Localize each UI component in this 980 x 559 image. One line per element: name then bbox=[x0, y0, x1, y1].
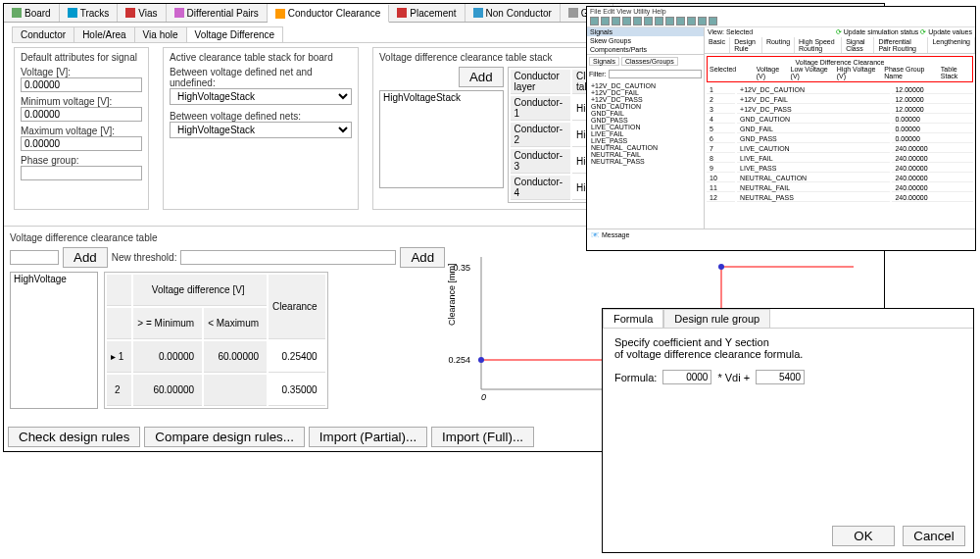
tree-item[interactable]: GND_PASS bbox=[589, 117, 702, 124]
tree-item[interactable]: NEUTRAL_FAIL bbox=[589, 151, 702, 158]
tab-conductor-clearance[interactable]: Conductor Clearance bbox=[268, 5, 390, 23]
min-voltage-input[interactable] bbox=[21, 107, 142, 122]
list-item[interactable]: HighVoltage bbox=[14, 274, 94, 284]
table-row: 10NEUTRAL_CAUTION240.00000 bbox=[707, 175, 973, 182]
tree-item[interactable]: LIVE_CAUTION bbox=[589, 124, 702, 130]
col-highv: High Voltage (V) bbox=[837, 66, 879, 79]
tab-formula[interactable]: Formula bbox=[603, 309, 663, 328]
stack-add-button[interactable]: Add bbox=[459, 67, 504, 87]
toolbar-icon[interactable] bbox=[644, 17, 653, 25]
view-selected[interactable]: Selected bbox=[726, 28, 753, 35]
toolbar-icon[interactable] bbox=[590, 17, 599, 25]
filter-input[interactable] bbox=[609, 70, 703, 78]
new-threshold-label: New threshold: bbox=[112, 252, 177, 263]
import-full-button[interactable]: Import (Full)... bbox=[431, 427, 534, 447]
tab-design-rule-group[interactable]: Design rule group bbox=[663, 309, 770, 328]
aux-tab-designrule[interactable]: Design Rule bbox=[730, 37, 762, 53]
table-row: 3+12V_DC_PASS12.00000 bbox=[707, 106, 973, 114]
stack-list-item[interactable]: HighVoltageStack bbox=[383, 92, 500, 103]
col-lowv: Low Voltage (V) bbox=[791, 66, 831, 79]
stack-defined-undefined-select[interactable]: HighVoltageStack bbox=[170, 88, 352, 105]
filter-label: Filter: bbox=[589, 71, 607, 77]
tree-item[interactable]: NEUTRAL_CAUTION bbox=[589, 144, 702, 151]
selected-col: Selected bbox=[710, 66, 751, 79]
tree-item[interactable]: NEUTRAL_PASS bbox=[589, 158, 702, 165]
clearance-add-name-input[interactable] bbox=[10, 250, 59, 265]
tree-item[interactable]: +12V_DC_FAIL bbox=[589, 89, 702, 96]
formula-ok-button[interactable]: OK bbox=[832, 526, 895, 546]
toolbar-icon[interactable] bbox=[655, 17, 663, 25]
col-voltage: Voltage (V) bbox=[757, 66, 785, 79]
subtab-viahole[interactable]: Via hole bbox=[134, 26, 187, 42]
table-row: 4GND_CAUTION0.00000 bbox=[707, 116, 973, 124]
vdc-header-highlighted: Voltage Difference Clearance Selected Vo… bbox=[707, 56, 973, 82]
tree-item[interactable]: GND_CAUTION bbox=[589, 103, 702, 110]
phase-group-input[interactable] bbox=[21, 166, 142, 180]
aux-tab-hsr[interactable]: High Speed Routing bbox=[795, 37, 842, 53]
table-row: 8LIVE_FAIL240.00000 bbox=[707, 155, 973, 163]
voltage-input[interactable] bbox=[21, 77, 142, 92]
toolbar-icon[interactable] bbox=[676, 17, 685, 25]
table-row: ▸ 10.0000060.000000.25400 bbox=[107, 341, 325, 373]
signal-tree[interactable]: +12V_DC_CAUTION+12V_DC_FAIL+12V_DC_PASSG… bbox=[587, 80, 704, 167]
formula-coef-input[interactable] bbox=[662, 370, 711, 384]
tab-board[interactable]: Board bbox=[4, 4, 60, 22]
stack-list[interactable]: HighVoltageStack bbox=[379, 90, 504, 188]
tree-item[interactable]: LIVE_PASS bbox=[589, 137, 702, 144]
stack-defined-defined-select[interactable]: HighVoltageStack bbox=[170, 122, 352, 138]
toolbar-icon[interactable] bbox=[633, 17, 642, 25]
formula-mid: * Vdi + bbox=[717, 372, 750, 383]
aux-data-grid[interactable]: 1+12V_DC_CAUTION12.00000 2+12V_DC_FAIL12… bbox=[705, 84, 975, 204]
toolbar-icon[interactable] bbox=[665, 17, 674, 25]
tab-diffpairs[interactable]: Differential Pairs bbox=[167, 4, 268, 22]
toolbar-icon[interactable] bbox=[709, 17, 717, 25]
max-voltage-input[interactable] bbox=[21, 136, 142, 151]
toolbar-icon[interactable] bbox=[622, 17, 631, 25]
toolbar-icon[interactable] bbox=[612, 17, 620, 25]
view-label: View: bbox=[708, 28, 724, 35]
tree-item[interactable]: GND_FAIL bbox=[589, 110, 702, 117]
check-rules-button[interactable]: Check design rules bbox=[8, 427, 140, 447]
table-row: 6GND_PASS0.00000 bbox=[707, 135, 973, 143]
aux-toolbar bbox=[587, 16, 975, 27]
update-sim-link[interactable]: Update simulation status bbox=[844, 28, 919, 35]
clearance-name-list[interactable]: HighVoltage bbox=[10, 272, 98, 409]
toolbar-icon[interactable] bbox=[601, 17, 610, 25]
toolbar-icon[interactable] bbox=[698, 17, 707, 25]
subtab-holearea[interactable]: Hole/Area bbox=[74, 26, 134, 42]
signals-tab[interactable]: Signals bbox=[589, 57, 619, 66]
new-threshold-input[interactable] bbox=[180, 250, 396, 265]
aux-tab-routing[interactable]: Routing bbox=[762, 37, 795, 53]
menubar[interactable]: File Edit View Utility Help bbox=[587, 7, 975, 16]
active-stack-title: Active clearance table stack for board bbox=[170, 52, 352, 63]
tree-item[interactable]: +12V_DC_PASS bbox=[589, 96, 702, 103]
tab-tracks[interactable]: Tracks bbox=[60, 4, 119, 22]
tab-vias[interactable]: Vias bbox=[118, 4, 166, 22]
threshold-add-button[interactable]: Add bbox=[400, 247, 445, 268]
ytick-0254: 0.254 bbox=[448, 355, 470, 365]
skew-groups-header[interactable]: Skew Groups bbox=[587, 36, 704, 45]
formula-desc2: of voltage difference clearance formula. bbox=[614, 348, 961, 360]
update-values-link[interactable]: Update values bbox=[928, 28, 972, 35]
aux-tab-basic[interactable]: Basic bbox=[705, 37, 730, 53]
formula-ysec-input[interactable] bbox=[756, 370, 805, 384]
formula-cancel-button[interactable]: Cancel bbox=[903, 526, 965, 546]
max-voltage-label: Maximum voltage [V]: bbox=[21, 126, 142, 136]
toolbar-icon[interactable] bbox=[687, 17, 696, 25]
subtab-conductor[interactable]: Conductor bbox=[12, 26, 74, 42]
components-parts-header[interactable]: Components/Parts bbox=[587, 45, 704, 54]
aux-tab-sigclass[interactable]: Signal Class bbox=[842, 37, 874, 53]
clearance-add-button[interactable]: Add bbox=[63, 247, 108, 268]
signals-header[interactable]: Signals bbox=[587, 27, 704, 36]
import-partial-button[interactable]: Import (Partial)... bbox=[309, 427, 427, 447]
tab-nonconductor[interactable]: Non Conductor bbox=[466, 4, 561, 22]
classes-groups-tab[interactable]: Classes/Groups bbox=[621, 57, 678, 66]
tree-item[interactable]: +12V_DC_CAUTION bbox=[589, 82, 702, 89]
tree-item[interactable]: LIVE_FAIL bbox=[589, 130, 702, 137]
subtab-voltage-diff[interactable]: Voltage Difference bbox=[186, 26, 284, 42]
aux-tab-length[interactable]: Lengthening bbox=[928, 37, 975, 53]
compare-rules-button[interactable]: Compare design rules... bbox=[144, 427, 305, 447]
tab-placement[interactable]: Placement bbox=[389, 4, 465, 22]
stack-defined-undefined-label: Between voltage defined net and undefine… bbox=[170, 67, 352, 88]
aux-tab-diffpair[interactable]: Differential Pair Routing bbox=[874, 37, 928, 53]
